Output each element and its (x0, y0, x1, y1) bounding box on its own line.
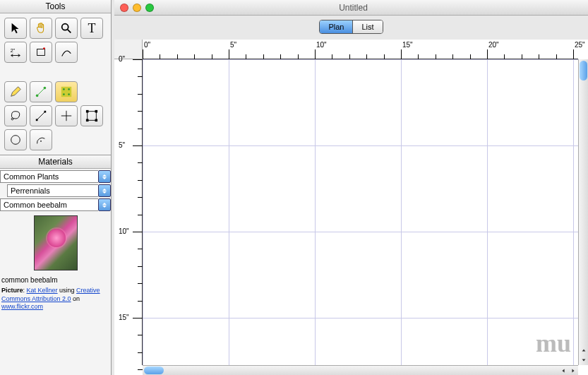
materials-title: Materials (0, 155, 111, 169)
hscroll-thumb[interactable] (144, 367, 164, 374)
credit-on: on (71, 295, 80, 302)
combo-stepper-icon[interactable] (98, 184, 111, 197)
text-tool[interactable]: T (80, 18, 103, 39)
chevron-down-icon (581, 357, 587, 363)
svg-text:2": 2" (11, 47, 16, 54)
materials-plant-combo[interactable]: Common beebalm (0, 198, 111, 211)
plant-credit: Picture: Kat Kellner using Creative Comm… (0, 285, 111, 313)
ruler-h-label: 25" (575, 41, 585, 49)
circle-icon (9, 133, 22, 146)
horizontal-scrollbar[interactable] (143, 365, 578, 375)
dimension-icon: 2" (9, 46, 22, 59)
svg-point-5 (43, 47, 45, 49)
svg-rect-22 (95, 110, 98, 113)
vscroll-thumb[interactable] (580, 61, 587, 81)
materials-category-value: Common Plants (0, 170, 98, 183)
arc-tool[interactable] (30, 129, 52, 150)
credit-label: Picture (1, 287, 23, 294)
svg-rect-17 (44, 111, 47, 113)
tools-title: Tools (0, 0, 111, 13)
lasso-tool[interactable] (4, 105, 27, 126)
ruler-h-label: 0" (144, 41, 150, 49)
combo-stepper-icon[interactable] (98, 198, 111, 211)
plant-photo (34, 215, 78, 270)
svg-point-14 (11, 118, 13, 120)
path-tool[interactable] (30, 81, 52, 102)
ruler-v-label: 0" (119, 55, 125, 63)
lasso-icon (9, 109, 22, 122)
vertical-scrollbar[interactable] (578, 59, 588, 365)
materials-subcategory-value: Perrennials (7, 184, 98, 197)
pencil-icon (9, 85, 22, 98)
tools-draw-grid (0, 77, 111, 155)
line-tool[interactable] (30, 105, 52, 126)
circle-tool[interactable] (4, 129, 27, 150)
window-titlebar: Untitled (114, 0, 588, 16)
window-title: Untitled (119, 3, 588, 13)
svg-rect-21 (86, 110, 89, 113)
mode-switch-area: Plan List (114, 16, 588, 37)
arc-icon (35, 133, 47, 146)
left-panel: Tools T 2" Materials Common Plants Perre… (0, 0, 112, 375)
curve-icon (60, 46, 73, 59)
materials-plant-value: Common beebalm (0, 198, 98, 211)
svg-point-11 (68, 88, 70, 90)
horizontal-ruler: 0"5"10"15"20"25" (143, 40, 578, 59)
ruler-h-label: 5" (230, 41, 236, 49)
svg-rect-4 (37, 49, 45, 56)
tab-plan[interactable]: Plan (320, 20, 352, 33)
chevron-left-icon (560, 368, 566, 374)
line-icon (35, 109, 47, 122)
tab-list[interactable]: List (352, 20, 382, 33)
rectangle-tool[interactable] (30, 42, 52, 63)
ruler-h-label: 20" (488, 41, 499, 49)
pattern-tool[interactable] (55, 81, 78, 102)
svg-point-26 (40, 141, 42, 142)
path-icon (35, 85, 47, 98)
curve-tool[interactable] (55, 42, 78, 63)
materials-category-combo[interactable]: Common Plants (0, 170, 111, 183)
bounds-icon (85, 109, 98, 122)
crosshair-icon (60, 109, 73, 122)
zoom-tool[interactable] (55, 18, 78, 39)
dimension-tool[interactable]: 2" (4, 42, 27, 63)
svg-point-12 (63, 93, 65, 95)
ruler-v-label: 15" (119, 314, 129, 321)
credit-using: using (58, 287, 77, 294)
ruler-h-label: 15" (402, 41, 413, 49)
view-mode-segment: Plan List (319, 20, 383, 34)
ruler-v-label: 10" (119, 227, 129, 235)
svg-point-0 (62, 24, 68, 30)
ruler-h-label: 10" (316, 41, 327, 49)
svg-line-8 (38, 89, 44, 95)
drawing-canvas[interactable] (143, 59, 578, 365)
materials-section: Materials Common Plants Perrennials Comm… (0, 155, 111, 313)
pencil-tool[interactable] (4, 81, 27, 102)
pan-tool[interactable] (30, 18, 52, 39)
combo-stepper-icon[interactable] (98, 170, 111, 183)
svg-point-13 (68, 93, 70, 95)
pattern-icon (60, 85, 73, 98)
hand-icon (35, 22, 47, 35)
chevron-right-icon (570, 368, 576, 374)
pointer-tool[interactable] (4, 18, 27, 39)
svg-rect-16 (36, 119, 38, 121)
svg-rect-23 (86, 119, 89, 122)
svg-rect-24 (95, 119, 98, 122)
credit-site-link[interactable]: www.flickr.com (1, 303, 43, 310)
materials-subcategory-combo[interactable]: Perrennials (7, 184, 111, 197)
vscroll-up-button[interactable] (579, 345, 588, 355)
hscroll-right-button[interactable] (568, 366, 578, 375)
vscroll-down-button[interactable] (579, 355, 588, 365)
crosshair-tool[interactable] (55, 105, 78, 126)
plant-caption: common beebalm (0, 275, 111, 285)
svg-point-10 (63, 88, 65, 90)
svg-rect-20 (88, 112, 97, 121)
rectangle-icon (35, 46, 47, 59)
bounds-tool[interactable] (80, 105, 103, 126)
hscroll-left-button[interactable] (558, 366, 568, 375)
credit-author-link[interactable]: Kat Kellner (27, 287, 58, 294)
svg-rect-9 (61, 87, 71, 97)
svg-line-1 (68, 30, 71, 33)
tools-main-grid: T 2" (0, 13, 111, 67)
